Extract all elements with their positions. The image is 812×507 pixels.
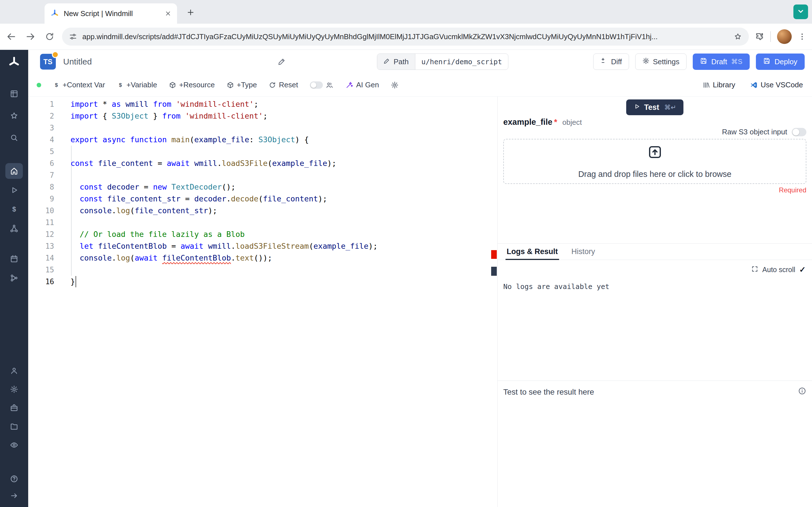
- line-numbers: 12345678910111213141516: [28, 98, 54, 288]
- typescript-badge: TS: [40, 54, 56, 69]
- vscode-icon: [750, 81, 758, 89]
- reset-label: Reset: [279, 80, 298, 89]
- forward-button[interactable]: [22, 29, 38, 45]
- url-bar[interactable]: app.windmill.dev/scripts/add#JTdCJTIyaGF…: [62, 27, 749, 46]
- add-type-button[interactable]: +Type: [227, 80, 257, 89]
- dropzone-text: Drag and drop files here or click to bro…: [504, 170, 806, 179]
- path-chip[interactable]: Path u/henri/demo_script: [377, 54, 508, 70]
- deploy-button[interactable]: Deploy: [756, 54, 805, 70]
- browser-tab[interactable]: New Script | Windmill: [45, 3, 177, 24]
- dollar-icon: $: [117, 82, 124, 89]
- expand-icon: [751, 265, 758, 274]
- test-button[interactable]: Test ⌘↵: [626, 100, 684, 115]
- raw-s3-toggle[interactable]: [792, 128, 806, 136]
- context-var-label: +Context Var: [63, 80, 105, 89]
- add-resource-button[interactable]: +Resource: [169, 80, 214, 89]
- deploy-label: Deploy: [774, 57, 797, 66]
- reset-button[interactable]: Reset: [269, 80, 298, 89]
- settings-button[interactable]: Settings: [635, 54, 687, 70]
- test-shortcut: ⌘↵: [664, 104, 676, 111]
- raw-s3-row: Raw S3 object input: [722, 128, 806, 136]
- code-line: console.log(file_content_str);: [70, 205, 377, 217]
- script-title[interactable]: Untitled: [63, 57, 92, 66]
- file-dropzone[interactable]: Drag and drop files here or click to bro…: [503, 139, 806, 184]
- workarea: 12345678910111213141516 import * as wmil…: [28, 97, 812, 507]
- add-context-var-button[interactable]: $ +Context Var: [53, 80, 105, 89]
- line-number: 1: [28, 98, 54, 110]
- browser-dropdown-button[interactable]: [794, 4, 808, 19]
- audit-icon[interactable]: [5, 437, 23, 453]
- edit-title-icon[interactable]: [278, 57, 286, 67]
- folders-icon[interactable]: [5, 418, 23, 434]
- add-variable-button[interactable]: $ +Variable: [117, 80, 157, 89]
- reload-button[interactable]: [42, 29, 57, 45]
- favorites-icon[interactable]: [5, 108, 23, 124]
- toolbar-separator: [770, 31, 771, 42]
- site-settings-icon[interactable]: [69, 33, 77, 41]
- use-vscode-button[interactable]: Use VSCode: [750, 80, 803, 89]
- result-placeholder-row: Test to see the result here: [503, 387, 806, 397]
- code-editor[interactable]: 12345678910111213141516 import * as wmil…: [28, 97, 497, 507]
- ai-gen-button[interactable]: AI Gen: [345, 80, 379, 89]
- workers-icon[interactable]: [5, 400, 23, 416]
- line-number: 2: [28, 110, 54, 122]
- library-button[interactable]: Library: [703, 80, 735, 89]
- code-line: const decoder = new TextDecoder();: [70, 181, 377, 193]
- collapse-icon[interactable]: [5, 488, 23, 504]
- extensions-icon[interactable]: [755, 32, 764, 41]
- editor-settings-button[interactable]: [391, 81, 399, 89]
- editor-toolbar: $ +Context Var $ +Variable +Resource: [28, 73, 812, 97]
- line-number: 9: [28, 193, 54, 205]
- new-tab-button[interactable]: [184, 6, 197, 19]
- draft-label: Draft: [711, 57, 727, 66]
- check-icon: ✓: [799, 265, 806, 274]
- code-line: [70, 169, 377, 181]
- back-button[interactable]: [3, 29, 19, 45]
- windmill-logo[interactable]: [6, 54, 22, 70]
- result-divider: [498, 381, 812, 381]
- settings-icon[interactable]: [5, 381, 23, 397]
- runs-icon[interactable]: [5, 182, 23, 198]
- gear-icon: [391, 81, 399, 89]
- draft-button[interactable]: Draft ⌘S: [693, 54, 750, 70]
- schedules-icon[interactable]: [5, 251, 23, 267]
- line-number: 13: [28, 240, 54, 252]
- tab-logs-result[interactable]: Logs & Result: [507, 244, 558, 260]
- preview-panel: Test ⌘↵ example_file * object Raw S3 obj…: [497, 97, 812, 507]
- draft-shortcut: ⌘S: [731, 58, 742, 66]
- profile-avatar[interactable]: [777, 29, 792, 44]
- flows-icon[interactable]: [5, 270, 23, 286]
- windmill-favicon: [50, 9, 59, 18]
- browser-menu-icon[interactable]: [798, 33, 806, 41]
- apps-icon[interactable]: [5, 86, 23, 102]
- plus-minus-icon: [600, 57, 608, 66]
- code-line: [70, 217, 377, 228]
- code-line: [70, 146, 377, 158]
- line-number: 3: [28, 122, 54, 134]
- svg-text:$: $: [119, 82, 122, 88]
- help-icon[interactable]: [5, 471, 23, 487]
- collab-toggle[interactable]: [310, 81, 323, 89]
- bookmark-star-icon[interactable]: [733, 33, 742, 41]
- tab-history[interactable]: History: [571, 244, 595, 260]
- line-number: 7: [28, 169, 54, 181]
- variables-icon[interactable]: $: [5, 202, 23, 217]
- user-icon[interactable]: [5, 363, 23, 379]
- browser-window: New Script | Windmill app.w: [0, 0, 812, 507]
- save-draft-icon: [700, 57, 707, 66]
- library-icon: [703, 81, 710, 89]
- search-icon[interactable]: [5, 130, 23, 146]
- diff-button[interactable]: Diff: [593, 54, 629, 70]
- info-icon[interactable]: [798, 387, 806, 397]
- tab-close-icon[interactable]: [165, 10, 171, 17]
- auto-scroll-control[interactable]: Auto scroll ✓: [751, 265, 806, 274]
- home-icon[interactable]: [5, 163, 23, 179]
- url-text: app.windmill.dev/scripts/add#JTdCJTIyaGF…: [82, 33, 728, 41]
- resources-icon[interactable]: [5, 221, 23, 236]
- line-number: 5: [28, 146, 54, 158]
- chevron-down-icon: [797, 7, 805, 17]
- code-line: console.log(await fileContentBlob.text()…: [70, 252, 377, 264]
- sidebar-group: [5, 471, 23, 504]
- result-placeholder-text: Test to see the result here: [503, 388, 594, 397]
- line-number: 6: [28, 158, 54, 169]
